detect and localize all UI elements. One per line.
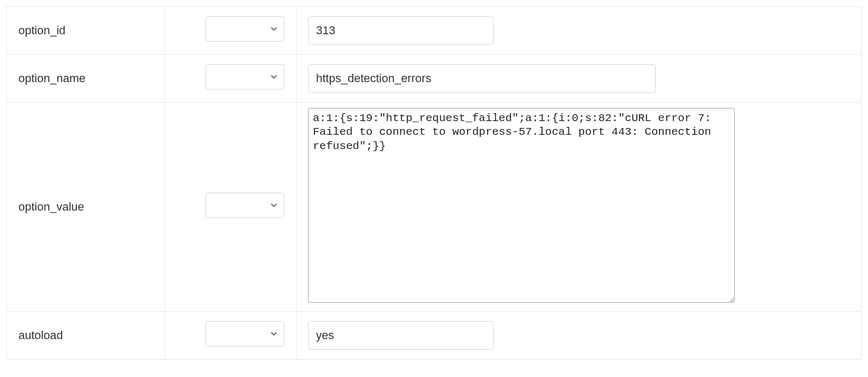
operator-select-option-name[interactable] — [205, 64, 284, 90]
chevron-down-icon — [269, 329, 279, 339]
operator-select-autoload[interactable] — [205, 321, 284, 346]
value-textarea-option-value[interactable] — [308, 108, 735, 303]
value-input-autoload[interactable] — [308, 321, 494, 350]
chevron-down-icon — [269, 201, 279, 210]
row-option-value: option_value — [7, 103, 862, 312]
label-autoload: autoload — [18, 329, 63, 342]
row-autoload: autoload — [7, 312, 862, 360]
options-edit-table: option_id option_name — [6, 6, 862, 360]
operator-select-option-value[interactable] — [205, 193, 284, 218]
operator-select-option-id[interactable] — [205, 16, 284, 42]
value-input-option-id[interactable] — [308, 16, 494, 45]
label-option-name: option_name — [18, 72, 85, 85]
row-option-name: option_name — [7, 55, 862, 103]
chevron-down-icon — [269, 72, 279, 82]
label-option-id: option_id — [18, 24, 65, 37]
value-input-option-name[interactable] — [308, 64, 656, 93]
chevron-down-icon — [269, 24, 279, 34]
label-option-value: option_value — [18, 200, 84, 213]
row-option-id: option_id — [7, 7, 862, 55]
